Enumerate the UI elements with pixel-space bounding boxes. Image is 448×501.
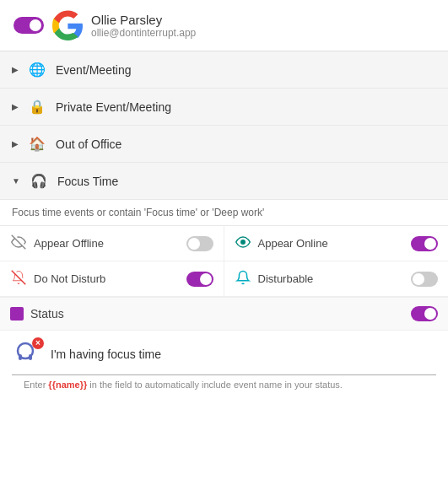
appear-offline-cell: Appear Offline — [0, 226, 224, 261]
eye-green-icon — [235, 234, 251, 252]
appear-online-toggle[interactable] — [411, 236, 438, 251]
status-header: Status — [0, 297, 448, 331]
do-not-disturb-label: Do Not Disturb — [34, 272, 180, 285]
chevron-right-icon: ▶ — [12, 65, 19, 74]
google-logo-icon — [52, 10, 83, 40]
appear-online-label: Appear Online — [258, 237, 405, 250]
status-input-area: Enter {{name}} in the field to automatic… — [0, 331, 448, 401]
do-not-disturb-cell: Do Not Disturb — [0, 261, 224, 297]
focus-time-header[interactable]: ▼ 🎧 Focus Time — [0, 163, 448, 200]
appear-online-cell: Appear Online — [224, 226, 449, 261]
status-square-icon — [10, 307, 24, 321]
status-hint-variable: {{name}} — [48, 380, 87, 390]
status-hint: Enter {{name}} in the field to automatic… — [12, 375, 436, 396]
status-avatar-icon — [12, 339, 42, 369]
disturbable-cell: Disturbable — [224, 261, 449, 297]
do-not-disturb-toggle[interactable] — [186, 272, 213, 287]
bell-outline-icon — [235, 270, 251, 288]
globe-icon: 🌐 — [29, 62, 46, 78]
status-hint-suffix: in the field to automatically include ev… — [89, 380, 343, 390]
status-label: Status — [30, 307, 404, 321]
appear-offline-label: Appear Offline — [34, 237, 180, 250]
svg-rect-4 — [19, 354, 22, 360]
section-event-meeting[interactable]: ▶ 🌐 Event/Meeting — [0, 51, 448, 89]
event-meeting-label: Event/Meeting — [56, 63, 132, 77]
chevron-right-icon: ▶ — [12, 102, 19, 111]
eye-slash-icon — [10, 234, 27, 252]
private-event-label: Private Event/Meeting — [56, 100, 171, 114]
user-name: Ollie Parsley — [91, 13, 196, 27]
svg-rect-5 — [29, 354, 32, 360]
headphones-icon: 🎧 — [30, 173, 47, 189]
user-info: Ollie Parsley ollie@dontinterrupt.app — [91, 13, 196, 39]
svg-line-2 — [12, 271, 26, 285]
out-of-office-label: Out of Office — [56, 137, 121, 151]
focus-time-label: Focus Time — [57, 175, 118, 188]
chevron-right-icon: ▶ — [12, 139, 19, 148]
status-badge — [32, 337, 44, 349]
chevron-down-icon: ▼ — [12, 176, 20, 186]
disturbable-toggle[interactable] — [411, 272, 438, 287]
section-out-of-office[interactable]: ▶ 🏠 Out of Office — [0, 126, 448, 163]
focus-description: Focus time events or contain 'Focus time… — [0, 200, 448, 226]
section-private-event[interactable]: ▶ 🔒 Private Event/Meeting — [0, 89, 448, 126]
bell-slash-icon — [10, 270, 27, 288]
options-grid: Appear Offline Appear Online — [0, 226, 448, 297]
svg-point-1 — [240, 240, 245, 245]
user-email: ollie@dontinterrupt.app — [91, 27, 196, 39]
home-icon: 🏠 — [29, 136, 46, 152]
main-toggle[interactable] — [13, 17, 44, 34]
header: Ollie Parsley ollie@dontinterrupt.app — [0, 0, 448, 51]
disturbable-label: Disturbable — [258, 272, 405, 285]
status-toggle[interactable] — [411, 306, 438, 321]
focus-time-section: ▼ 🎧 Focus Time Focus time events or cont… — [0, 163, 448, 401]
status-input-row — [12, 339, 436, 375]
lock-icon: 🔒 — [29, 99, 46, 115]
appear-offline-toggle[interactable] — [186, 236, 213, 251]
status-text-input[interactable] — [51, 347, 436, 361]
